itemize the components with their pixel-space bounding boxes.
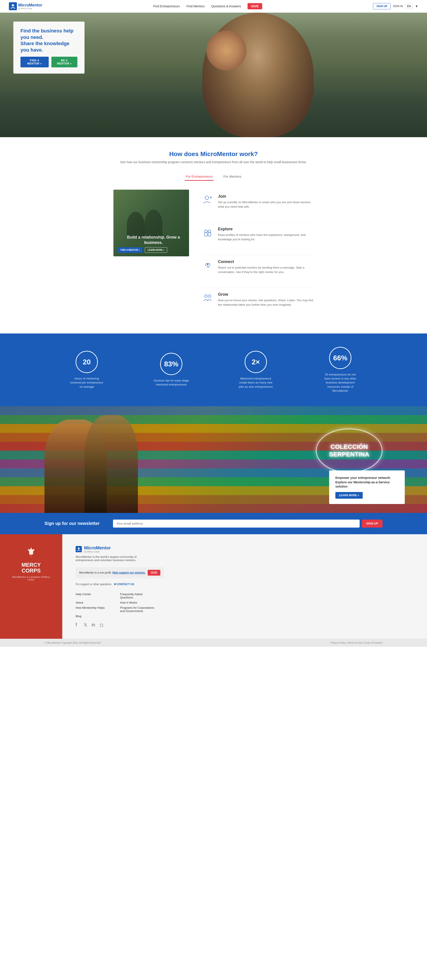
privacy-policy-link[interactable]: Privacy Policy [330,641,346,644]
footer-link-help[interactable]: Help Center [76,592,111,599]
logo-sub: by Mercy Corps [18,8,42,10]
hero-find-mentor-button[interactable]: FIND A MENTOR » [21,57,49,67]
footer-contact-row: For support or other questions ✉ CONTACT… [76,583,414,586]
tab-mentors[interactable]: For Mentors [222,173,242,181]
footer-social: f 𝕏 in ◻ [76,622,414,628]
sign-in-button[interactable]: SIGN IN [393,5,403,8]
footer-link-blog[interactable]: Blog [76,614,111,618]
newsletter-signup-button[interactable]: SIGN UP [362,520,382,528]
footer-logo-icon [76,546,82,552]
lang-chevron-icon: ▼ [415,5,418,8]
stats-section: 20 Hours of mentoring received per entre… [0,334,427,406]
step-join: Join Set up a profile on MicroMentor to … [202,189,314,222]
svg-rect-7 [205,232,207,236]
footer-link-programs[interactable]: Programs for Corporations and Government… [120,606,156,613]
main-nav: Find Entrepreneurs Find Mentors Question… [153,3,262,10]
footer-content: MERCYCORPS MicroMentor is a program of M… [0,534,427,639]
hero-title: Find the business help you need. Share t… [21,28,77,53]
how-image: Build a relationship. Grow a business. F… [113,189,189,256]
how-subtitle: See how our business mentorship program … [45,160,382,164]
step-join-title: Join [218,194,314,199]
step-grow-desc: Now you've found your mentor. Ask questi… [218,298,314,307]
stat-hours-text: Hours of mentoring received per entrepre… [69,377,105,389]
step-grow-title: Grow [218,292,314,297]
svg-point-5 [205,230,207,232]
footer-link-mentorship[interactable]: How Mentorship Helps [76,606,111,613]
svg-rect-8 [208,232,211,236]
newsletter-title: Sign up for our newsletter [45,521,100,526]
language-selector[interactable]: EN [405,3,413,9]
how-image-caption: Build a relationship. Grow a business. [118,235,189,245]
svg-point-2 [205,196,209,199]
facebook-icon[interactable]: f [76,622,81,628]
header: MicroMentor by Mercy Corps Find Entrepre… [0,0,427,13]
terms-link[interactable]: Terms of Use [348,641,362,644]
step-explore-desc: Read profiles of mentors who have the ex… [218,233,314,242]
stat-hours-circle: 20 [76,351,98,373]
hero-be-mentor-button[interactable]: BE A MENTOR » [51,57,77,67]
stat-access-text: Of entrepreneurs do not have access to a… [322,372,358,393]
footer: MERCYCORPS MicroMentor is a program of M… [0,534,427,647]
instagram-icon[interactable]: ◻ [100,622,105,628]
mercy-corps-tagline: MicroMentor is a program of Mercy Corps. [9,576,53,581]
stat-jobs-text: Mentored entrepreneurs create twice as m… [238,377,274,389]
newsletter-form: SIGN UP [113,520,382,528]
copyright-text: © MicroMentor Copyright 2024. All Rights… [45,641,100,644]
how-title: How does MicroMentor work? [45,151,382,158]
footer-logo-row: MicroMentor by Mercy Corps [76,546,414,553]
how-learn-more-button[interactable]: LEARN MORE » [145,247,167,253]
newsletter-email-input[interactable] [113,520,360,528]
footer-bottom-links: Privacy Policy | Terms of Use | Code of … [330,641,382,644]
footer-right: MicroMentor by Mercy Corps MicroMentor i… [62,534,427,639]
hero-section: Find the business help you need. Share t… [0,13,427,137]
logo-text: MicroMentor [18,3,42,7]
stat-access-circle: 66% [329,347,351,369]
business-card-title: Empower your entrepreneur network: Explo… [335,476,398,489]
newsletter-section: Sign up for our newsletter SIGN UP [0,513,427,534]
nav-give-button[interactable]: GIVE [247,3,262,10]
mercy-corps-name: MERCYCORPS [9,562,53,574]
help-support-link[interactable]: Help support our mission. [112,571,145,574]
twitter-icon[interactable]: 𝕏 [84,622,89,628]
hero-card: Find the business help you need. Share t… [13,22,84,73]
step-explore: Explore Read profiles of mentors who hav… [202,222,314,255]
tab-entrepreneurs[interactable]: For Entrepreneurs [185,173,214,181]
how-find-mentor-button[interactable]: FIND A MENTOR » [118,247,143,253]
code-conduct-link[interactable]: Code of Conduct [364,641,382,644]
svg-point-12 [208,295,211,298]
footer-give-button[interactable]: GIVE [148,570,160,576]
nav-questions-answers[interactable]: Questions & Answers [211,5,241,8]
join-icon [202,194,214,205]
header-actions: SIGN UP SIGN IN EN ▼ [373,3,418,10]
hero-buttons: FIND A MENTOR » BE A MENTOR » [21,57,77,67]
grow-icon [202,292,214,303]
nav-find-mentors[interactable]: Find Mentors [186,5,205,8]
person-silhouette-2 [84,415,138,513]
stat-survival-text: Survival rate for early-stage mentored e… [153,379,189,387]
nav-find-entrepreneurs[interactable]: Find Entrepreneurs [153,5,180,8]
footer-link-about[interactable]: About [76,601,111,604]
how-steps: Join Set up a profile on MicroMentor to … [202,189,314,320]
how-section: How does MicroMentor work? See how our b… [0,137,427,334]
svg-point-6 [208,230,211,232]
footer-link-faq[interactable]: Frequently Asked Questions [120,592,156,599]
sign-up-button[interactable]: SIGN UP [373,3,390,10]
explore-icon [202,227,214,238]
business-photo-section: COLECCIÓN SERPENTINA Empower your entrep… [0,406,427,513]
footer-mercy-corps: MERCYCORPS MicroMentor is a program of M… [0,534,62,639]
stat-jobs-circle: 2× [245,351,267,373]
step-explore-title: Explore [218,227,314,231]
linkedin-icon[interactable]: in [92,622,97,628]
logo[interactable]: MicroMentor by Mercy Corps [9,2,42,10]
contact-us-link[interactable]: ✉ CONTACT US [114,583,134,586]
logo-icon [9,2,17,10]
svg-point-10 [207,264,209,265]
business-learn-more-button[interactable]: LEARN MORE » [335,492,363,499]
step-connect: Connect Reach out to potential mentors b… [202,255,314,288]
step-grow: Grow Now you've found your mentor. Ask q… [202,288,314,320]
stat-access: 66% Of entrepreneurs do not have access … [298,347,382,393]
mercy-corps-icon [24,546,38,559]
business-card: Empower your entrepreneur network: Explo… [329,471,405,504]
step-join-desc: Set up a profile on MicroMentor to share… [218,200,314,209]
footer-link-how[interactable]: How It Works [120,601,156,604]
